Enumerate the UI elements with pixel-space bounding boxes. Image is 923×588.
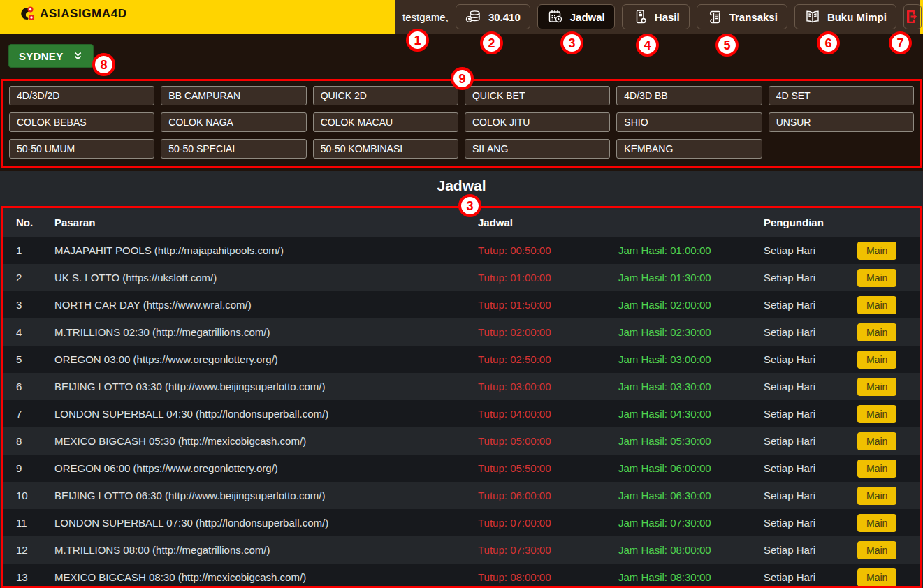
game-type-button[interactable]: 4D/3D/2D bbox=[9, 86, 154, 105]
main-button[interactable]: Main bbox=[857, 351, 896, 369]
nav-jadwal-button[interactable]: Jadwal bbox=[537, 4, 615, 29]
logout-door-icon bbox=[904, 8, 921, 25]
game-type-button[interactable]: COLOK JITU bbox=[465, 112, 610, 132]
column-header-no: No. bbox=[3, 208, 42, 237]
annotation-badge: 4 bbox=[636, 34, 659, 57]
close-time: Tutup: 07:30:00 bbox=[465, 536, 606, 564]
market-selector-button[interactable]: SYDNEY bbox=[8, 44, 94, 68]
main-button[interactable]: Main bbox=[857, 323, 896, 341]
nav-transaksi-label: Transaksi bbox=[729, 11, 778, 23]
result-time: Jam Hasil: 06:30:00 bbox=[606, 482, 751, 509]
draw-schedule: Setiap Hari bbox=[751, 509, 845, 536]
table-row: 7 LONDON SUPERBALL 04:30 (http://londons… bbox=[3, 400, 920, 427]
action-cell: Main bbox=[845, 400, 920, 427]
row-number: 2 bbox=[3, 264, 42, 291]
game-type-button[interactable]: SILANG bbox=[465, 139, 610, 159]
close-time: Tutup: 01:50:00 bbox=[465, 291, 606, 318]
draw-schedule: Setiap Hari bbox=[751, 400, 845, 427]
draw-schedule: Setiap Hari bbox=[751, 564, 845, 588]
draw-schedule: Setiap Hari bbox=[751, 536, 845, 564]
main-button[interactable]: Main bbox=[857, 405, 896, 423]
game-type-button[interactable]: 50-50 KOMBINASI bbox=[313, 139, 458, 159]
market-name: LONDON SUPERBALL 07:30 (http://londonsup… bbox=[42, 509, 465, 536]
brand-logo: ASIASIGMA4D bbox=[18, 6, 127, 22]
row-number: 8 bbox=[3, 427, 42, 455]
table-row: 2 UK S. LOTTO (https://ukslott.com/) Tut… bbox=[3, 264, 920, 291]
close-time: Tutup: 08:00:00 bbox=[465, 564, 606, 588]
game-type-button[interactable]: COLOK MACAU bbox=[313, 112, 458, 132]
game-type-button[interactable]: COLOK BEBAS bbox=[9, 112, 154, 132]
main-button[interactable]: Main bbox=[857, 242, 896, 260]
main-button[interactable]: Main bbox=[857, 296, 896, 314]
game-type-button[interactable]: UNSUR bbox=[769, 112, 914, 132]
table-row: 12 M.TRILLIONS 08:00 (http://megatrillio… bbox=[3, 536, 920, 564]
annotation-badge: 3 bbox=[458, 194, 481, 217]
annotation-badge: 1 bbox=[406, 29, 429, 52]
draw-schedule: Setiap Hari bbox=[751, 291, 845, 318]
result-time: Jam Hasil: 03:30:00 bbox=[606, 373, 751, 400]
main-button[interactable]: Main bbox=[857, 460, 896, 478]
main-button[interactable]: Main bbox=[857, 378, 896, 396]
table-row: 13 MEXICO BIGCASH 08:30 (http://mexicobi… bbox=[3, 564, 920, 588]
logout-button[interactable] bbox=[903, 4, 922, 29]
main-button[interactable]: Main bbox=[857, 269, 896, 287]
close-time: Tutup: 05:00:00 bbox=[465, 427, 606, 455]
game-type-button[interactable]: 4D/3D BB bbox=[616, 86, 762, 105]
brand-name: ASIASIGMA4D bbox=[40, 7, 127, 21]
annotation-badge: 5 bbox=[715, 34, 739, 57]
result-time: Jam Hasil: 08:30:00 bbox=[606, 564, 751, 588]
market-name: OREGON 03:00 (https://www.oregonlottery.… bbox=[42, 346, 465, 373]
market-name: OREGON 06:00 (https://www.oregonlottery.… bbox=[42, 455, 465, 482]
main-button[interactable]: Main bbox=[857, 514, 896, 532]
nav-hasil-label: Hasil bbox=[655, 11, 680, 23]
column-header-pasaran: Pasaran bbox=[42, 208, 465, 237]
result-time: Jam Hasil: 04:30:00 bbox=[606, 400, 751, 427]
main-button[interactable]: Main bbox=[857, 568, 896, 587]
result-time: Jam Hasil: 08:00:00 bbox=[606, 536, 751, 564]
column-header-jadwal: Jadwal bbox=[465, 208, 606, 237]
market-name: M.TRILLIONS 02:30 (http://megatrillions.… bbox=[42, 318, 465, 346]
game-type-button[interactable]: QUICK BET bbox=[465, 86, 610, 105]
table-row: 5 OREGON 03:00 (https://www.oregonlotter… bbox=[3, 346, 920, 373]
action-cell: Main bbox=[845, 536, 920, 564]
nav-transaksi-button[interactable]: Transaksi bbox=[697, 4, 787, 29]
row-number: 3 bbox=[3, 291, 42, 318]
nav-buku-mimpi-button[interactable]: Buku Mimpi bbox=[794, 4, 896, 29]
market-name: NORTH CAR DAY (https://www.wral.com/) bbox=[42, 291, 465, 318]
annotation-badge: 6 bbox=[817, 31, 840, 54]
market-name: LONDON SUPERBALL 04:30 (http://londonsup… bbox=[42, 400, 465, 427]
game-type-button[interactable]: SHIO bbox=[616, 112, 762, 132]
market-selector-label: SYDNEY bbox=[19, 50, 64, 62]
balance-button[interactable]: 30.410 bbox=[456, 4, 530, 29]
game-type-button[interactable]: QUICK 2D bbox=[313, 86, 458, 105]
game-type-button[interactable]: KEMBANG bbox=[616, 139, 762, 159]
main-button[interactable]: Main bbox=[857, 541, 896, 559]
action-cell: Main bbox=[845, 427, 920, 455]
main-button[interactable]: Main bbox=[857, 432, 896, 450]
draw-schedule: Setiap Hari bbox=[751, 427, 845, 455]
nav-jadwal-label: Jadwal bbox=[570, 11, 605, 23]
column-header-pengundian: Pengundian bbox=[751, 208, 845, 237]
top-navigation: testgame, 30.410 Jadwal bbox=[395, 0, 920, 34]
open-book-icon bbox=[804, 8, 821, 25]
game-type-button[interactable]: COLOK NAGA bbox=[161, 112, 306, 132]
game-type-button[interactable]: BB CAMPURAN bbox=[161, 86, 306, 105]
nav-hasil-button[interactable]: Hasil bbox=[622, 4, 690, 29]
annotation-badge: 2 bbox=[480, 31, 503, 54]
username-label: testgame, bbox=[402, 11, 449, 23]
table-row: 10 BEIJING LOTTO 06:30 (http://www.beiji… bbox=[3, 482, 920, 509]
close-time: Tutup: 02:00:00 bbox=[465, 318, 606, 346]
action-cell: Main bbox=[845, 264, 920, 291]
result-time: Jam Hasil: 03:00:00 bbox=[606, 346, 751, 373]
row-number: 6 bbox=[3, 373, 42, 400]
market-name: MEXICO BIGCASH 05:30 (http://mexicobigca… bbox=[42, 427, 465, 455]
game-type-button[interactable]: 50-50 SPECIAL bbox=[161, 139, 306, 159]
main-button[interactable]: Main bbox=[857, 487, 896, 505]
games-section: SYDNEY 4D/3D/2DBB CAMPURANQUICK 2DQUICK … bbox=[0, 34, 923, 171]
close-time: Tutup: 00:50:00 bbox=[465, 237, 606, 264]
annotation-badge: 9 bbox=[451, 67, 474, 90]
game-type-button[interactable]: 4D SET bbox=[769, 86, 914, 105]
double-chevron-down-icon bbox=[73, 51, 83, 61]
game-type-button[interactable]: 50-50 UMUM bbox=[9, 139, 154, 159]
market-name: MEXICO BIGCASH 08:30 (http://mexicobigca… bbox=[42, 564, 465, 588]
